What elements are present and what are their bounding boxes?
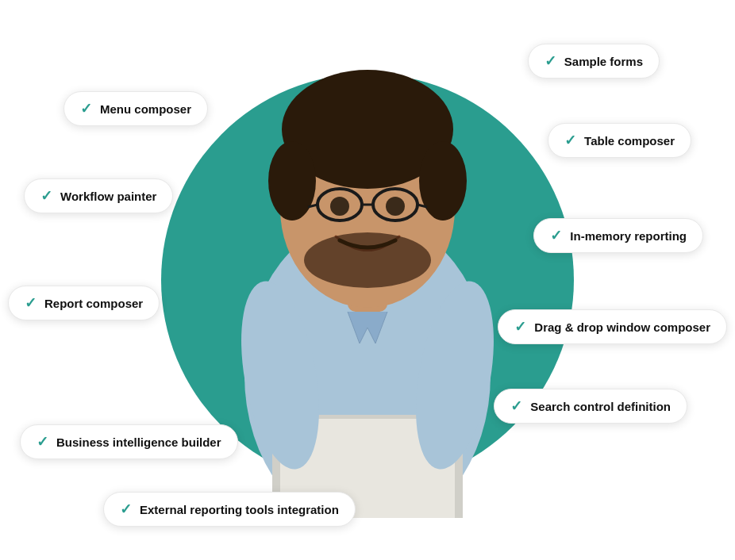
check-icon-sample-forms: ✓	[545, 52, 556, 70]
badge-label-report-composer: Report composer	[44, 297, 143, 310]
svg-point-13	[304, 232, 431, 288]
check-icon-report-composer: ✓	[25, 294, 37, 312]
badge-external-reporting: ✓ External reporting tools integration	[103, 492, 356, 527]
badge-label-external-reporting: External reporting tools integration	[140, 503, 339, 516]
badge-sample-forms: ✓ Sample forms	[528, 44, 660, 79]
svg-point-4	[268, 141, 316, 221]
badge-label-menu-composer: Menu composer	[100, 102, 191, 116]
svg-point-5	[419, 141, 467, 221]
check-icon-table-composer: ✓	[564, 132, 576, 149]
badge-menu-composer: ✓ Menu composer	[63, 91, 208, 126]
check-icon-menu-composer: ✓	[80, 100, 92, 117]
svg-point-11	[330, 197, 349, 216]
badge-label-workflow-painter: Workflow painter	[60, 190, 156, 203]
main-scene: ✓ Sample forms ✓ Menu composer ✓ Table c…	[0, 0, 735, 560]
check-icon-workflow-painter: ✓	[40, 187, 52, 205]
badge-workflow-painter: ✓ Workflow painter	[24, 178, 173, 213]
badge-label-table-composer: Table composer	[584, 134, 675, 148]
check-icon-search-control: ✓	[510, 397, 522, 415]
badge-drag-drop-window: ✓ Drag & drop window composer	[498, 309, 727, 344]
badge-label-drag-drop: Drag & drop window composer	[534, 320, 710, 334]
check-icon-drag-drop: ✓	[514, 318, 526, 336]
svg-point-12	[386, 197, 405, 216]
badge-label-in-memory: In-memory reporting	[570, 229, 687, 243]
badge-in-memory-reporting: ✓ In-memory reporting	[533, 218, 703, 253]
badge-search-control: ✓ Search control definition	[494, 389, 687, 424]
check-icon-in-memory: ✓	[550, 227, 562, 244]
badge-label-business-intelligence: Business intelligence builder	[56, 435, 221, 449]
check-icon-business-intelligence: ✓	[37, 433, 48, 451]
badge-business-intelligence: ✓ Business intelligence builder	[20, 424, 238, 459]
check-icon-external-reporting: ✓	[120, 501, 132, 518]
badge-table-composer: ✓ Table composer	[548, 123, 691, 158]
badge-report-composer: ✓ Report composer	[8, 286, 160, 320]
badge-label-sample-forms: Sample forms	[564, 55, 643, 68]
badge-label-search-control: Search control definition	[530, 400, 671, 413]
